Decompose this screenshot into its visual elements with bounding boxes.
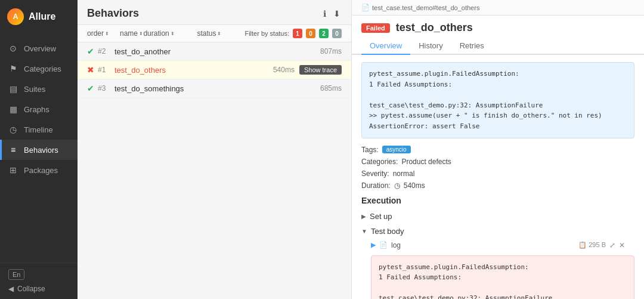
breadcrumb-text: test_case.test_demo#test_do_others: [372, 4, 479, 11]
fail-icon: ✖: [87, 65, 94, 75]
filter-badge-red[interactable]: 1: [293, 29, 302, 38]
tag-badge: asyncio: [382, 146, 411, 153]
filter-badge-gray[interactable]: 0: [332, 29, 342, 38]
categories-row: Categories: Product defects: [361, 158, 634, 166]
categories-label: Categories:: [361, 158, 398, 166]
sidebar-item-behaviors[interactable]: ≡ Behaviors: [0, 140, 78, 160]
status-sort-icon: ⬍: [217, 31, 221, 36]
detail-title-row: Failed test_do_others: [352, 16, 644, 38]
tags-label: Tags:: [361, 146, 379, 154]
sidebar: A Allure ⊙ Overview ⚑ Categories ▤ Suite…: [0, 0, 78, 299]
test-title: test_do_others: [396, 21, 473, 34]
tab-history[interactable]: History: [410, 38, 451, 55]
test-name: test_do_another: [114, 47, 320, 56]
expand-log-button[interactable]: ⤢: [609, 241, 615, 249]
duration-clock-icon: ◷: [394, 181, 400, 190]
col-order-header[interactable]: order ⬍: [87, 29, 120, 38]
severity-row: Severity: normal: [361, 169, 634, 178]
tab-overview[interactable]: Overview: [361, 38, 410, 55]
col-duration-header[interactable]: duration ⬍: [143, 29, 197, 38]
detail-content: pytest_assume.plugin.FailedAssumption: 1…: [352, 55, 644, 299]
filter-section: Filter by status: 1 0 2 0: [244, 29, 342, 38]
test-duration: 807ms: [320, 47, 342, 56]
duration-label: Duration:: [361, 181, 391, 190]
error-block: pytest_assume.plugin.FailedAssumption: 1…: [361, 62, 634, 138]
sidebar-label-suites: Suites: [24, 85, 45, 94]
log-doc-icon: 📄: [379, 241, 388, 249]
close-log-button[interactable]: ✕: [619, 241, 625, 249]
sidebar-item-timeline[interactable]: ◷ Timeline: [0, 119, 78, 140]
download-button[interactable]: ⬇: [332, 8, 342, 20]
col-name-header[interactable]: name ⬍: [120, 29, 143, 38]
col-status-header[interactable]: status ⬍: [197, 29, 244, 38]
graphs-icon: ▦: [8, 104, 18, 114]
info-button[interactable]: ℹ: [322, 8, 327, 20]
error-body-line2: 1 Failed Assumptions:: [379, 272, 627, 283]
sidebar-item-suites[interactable]: ▤ Suites: [0, 79, 78, 99]
error-line2: 1 Failed Assumptions:: [369, 79, 627, 90]
logo-text: Allure: [29, 11, 55, 22]
show-trace-button[interactable]: Show trace: [299, 65, 342, 75]
panel-title: Behaviors: [87, 7, 139, 20]
name-sort-icon: ⬍: [139, 31, 143, 36]
error-body-line1: pytest_assume.plugin.FailedAssumption:: [379, 262, 627, 273]
sidebar-label-graphs: Graphs: [24, 105, 49, 114]
collapse-arrow-icon: ◀: [8, 285, 14, 293]
table-row[interactable]: ✔ #3 test_do_somethings 685ms: [78, 79, 351, 98]
duration-label: duration: [143, 29, 169, 38]
table-row[interactable]: ✖ #1 test_do_others 540ms Show trace: [78, 61, 351, 79]
log-item: ▶ 📄 log 📋 295 B ⤢ ✕: [361, 239, 634, 252]
setup-row[interactable]: ▶ Set up: [361, 209, 634, 224]
failed-badge: Failed: [361, 23, 390, 33]
sidebar-footer: En ◀ Collapse: [0, 263, 78, 299]
error-line4: test_case\test_demo.py:32: AssumptionFai…: [369, 100, 627, 111]
table-header: order ⬍ name ⬍ duration ⬍ status ⬍ Filte…: [78, 25, 351, 42]
sidebar-item-graphs[interactable]: ▦ Graphs: [0, 99, 78, 119]
breadcrumb: 📄 test_case.test_demo#test_do_others: [352, 0, 644, 16]
pass-icon: ✔: [87, 47, 94, 56]
error-body-line4: test_case\test_demo.py:32: AssumptionFai…: [379, 293, 627, 299]
sidebar-label-behaviors: Behaviors: [24, 146, 58, 155]
error-line1: pytest_assume.plugin.FailedAssumption:: [369, 69, 627, 79]
test-list: ✔ #2 test_do_another 807ms ✖ #1 test_do_…: [78, 42, 351, 299]
detail-tabs: Overview History Retries: [352, 38, 644, 55]
status-label: status: [197, 29, 216, 38]
filter-badge-green[interactable]: 2: [319, 29, 329, 38]
test-order: #1: [98, 66, 114, 74]
sidebar-item-categories[interactable]: ⚑ Categories: [0, 58, 78, 79]
logo-icon: A: [7, 8, 24, 25]
sidebar-item-packages[interactable]: ⊞ Packages: [0, 160, 78, 180]
panel-header: Behaviors ℹ ⬇: [78, 0, 351, 25]
severity-label: Severity:: [361, 169, 389, 178]
sidebar-label-overview: Overview: [24, 44, 56, 53]
collapse-button[interactable]: ◀ Collapse: [8, 285, 69, 293]
detail-panel: 📄 test_case.test_demo#test_do_others Fai…: [352, 0, 644, 299]
error-line5: >> pytest.assume(user + " is finish do_o…: [369, 110, 627, 121]
table-row[interactable]: ✔ #2 test_do_another 807ms: [78, 42, 351, 61]
test-name: test_do_others: [114, 66, 273, 75]
log-file-icon: ▶: [371, 241, 376, 249]
collapse-label: Collapse: [17, 285, 45, 293]
test-duration: 540ms: [273, 66, 295, 74]
log-size-icon: 📋: [578, 241, 589, 248]
sidebar-item-overview[interactable]: ⊙ Overview: [0, 38, 78, 58]
log-name: log: [391, 241, 401, 249]
panel-actions: ℹ ⬇: [322, 8, 342, 20]
tags-row: Tags: asyncio: [361, 146, 634, 154]
timeline-icon: ◷: [8, 125, 18, 134]
language-button[interactable]: En: [8, 269, 24, 280]
overview-icon: ⊙: [8, 44, 18, 53]
categories-icon: ⚑: [8, 64, 18, 73]
sidebar-nav: ⊙ Overview ⚑ Categories ▤ Suites ▦ Graph…: [0, 33, 78, 263]
behaviors-panel: Behaviors ℹ ⬇ order ⬍ name ⬍ duration ⬍ …: [78, 0, 352, 299]
duration-value: 540ms: [404, 181, 425, 190]
error-line6: AssertionError: assert False: [369, 121, 627, 132]
filter-badge-orange[interactable]: 0: [306, 29, 315, 38]
test-body-row[interactable]: ▼ Test body: [361, 224, 634, 239]
test-order: #2: [98, 47, 114, 56]
severity-value: normal: [393, 169, 415, 178]
error-body-block: pytest_assume.plugin.FailedAssumption: 1…: [371, 255, 634, 299]
tab-retries[interactable]: Retries: [451, 38, 493, 55]
categories-value: Product defects: [401, 158, 451, 166]
sidebar-label-categories: Categories: [24, 64, 61, 73]
